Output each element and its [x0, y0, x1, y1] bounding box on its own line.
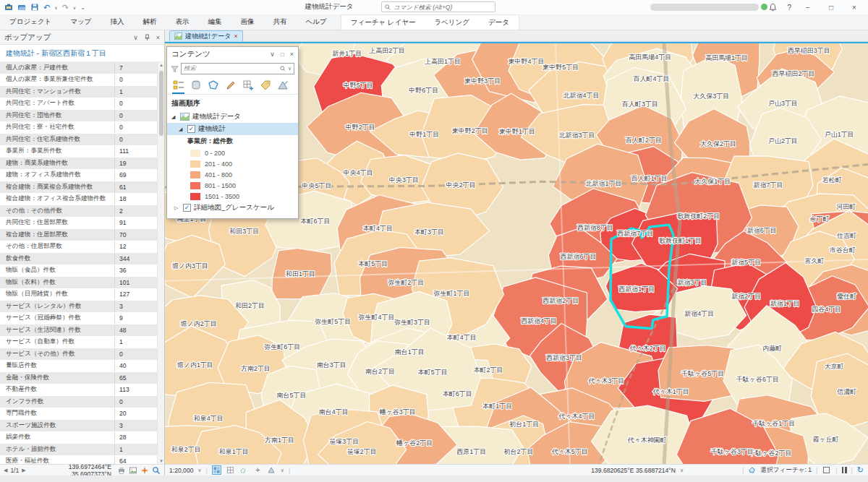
contents-close-icon[interactable]: ×	[290, 51, 294, 58]
legend-color-swatch[interactable]	[190, 150, 200, 157]
legend-color-swatch[interactable]	[190, 171, 200, 178]
list-by-perspective-icon[interactable]	[276, 78, 289, 92]
legend-color-swatch[interactable]	[190, 160, 200, 168]
ribbon-tab-0[interactable]: プロジェクト	[0, 14, 61, 30]
legend-color-swatch[interactable]	[190, 182, 200, 189]
district-label: 代々木神園町	[627, 436, 667, 444]
district-label: 百人町1丁目	[631, 175, 668, 182]
map-canvas[interactable]: 新井1丁目上高田2丁目上高田1丁目中野5丁目中野6丁目東中野3丁目東中野4丁目東…	[165, 42, 868, 464]
popup-scrollbar[interactable]: ▲ ▼	[157, 62, 164, 464]
maximize-button[interactable]: □	[825, 4, 838, 12]
attribute-label: 医療・福祉件数	[0, 457, 114, 464]
undo-dropdown-icon[interactable]: ∨	[54, 5, 57, 10]
popup-attribute-table: 個人の家屋：戸建件数7個人の家屋：事業所兼住宅件数0共同住宅：マンション件数1共…	[0, 62, 164, 464]
legend-color-swatch[interactable]	[190, 193, 200, 200]
group-layer-label[interactable]: 建物統計データ	[192, 112, 241, 121]
selection-tool-icon[interactable]	[239, 465, 249, 475]
scale-dropdown-icon[interactable]: ∨	[197, 468, 201, 473]
list-by-drawing-order-icon[interactable]	[171, 78, 185, 92]
grid-icon[interactable]	[226, 465, 235, 475]
scale-value[interactable]: 1:20,000	[169, 467, 193, 474]
expanded-icon[interactable]: ◢	[171, 114, 177, 120]
layer-row-selected[interactable]: ◢ ✓ 建物統計	[167, 123, 298, 135]
redo-dropdown-icon[interactable]: ∨	[73, 5, 76, 10]
print-icon[interactable]	[117, 466, 126, 475]
attribute-label: スポーツ施設件数	[0, 421, 114, 430]
district-label: 本町5丁目	[358, 260, 388, 267]
basemap-layer-row[interactable]: ▷ ✓ 詳細地図_グレースケール	[167, 202, 298, 214]
collapsed-icon[interactable]: ▷	[174, 205, 180, 211]
layer-label[interactable]: 建物統計	[198, 124, 226, 134]
list-by-editing-icon[interactable]	[224, 78, 237, 92]
notifications-bell-icon[interactable]	[769, 3, 777, 12]
pin-icon[interactable]	[144, 34, 150, 41]
expanded-icon[interactable]: ◢	[179, 126, 184, 132]
next-feature-icon[interactable]: ▶	[22, 468, 25, 473]
search-options-icon[interactable]: ∨	[288, 66, 292, 72]
ribbon-tab-2[interactable]: 挿入	[101, 14, 134, 30]
pointer-coordinates[interactable]: 139.6820625°E 35.6887214°N	[591, 467, 676, 474]
search-feature-icon[interactable]	[152, 466, 161, 475]
dock-icon[interactable]: □	[281, 51, 284, 58]
layer-search-placeholder: 検索	[184, 64, 278, 73]
popup-menu-icon[interactable]: ∨	[133, 34, 138, 41]
map-view-tab[interactable]: 建物統計データ ×	[169, 30, 243, 41]
group-layer-row[interactable]: ◢ 建物統計データ	[167, 111, 298, 123]
layer-checkbox-checked[interactable]: ✓	[187, 125, 195, 133]
ribbon-tab-5[interactable]: 編集	[199, 14, 231, 30]
filter-funnel-icon[interactable]	[171, 65, 179, 73]
spatial-reference-icon[interactable]	[267, 465, 276, 475]
list-by-labeling-icon[interactable]	[258, 78, 272, 92]
ribbon-tab-7[interactable]: 共有	[264, 14, 297, 30]
attribute-label: 物販（衣料）件数	[0, 278, 114, 287]
statusbar-dropdown-icon[interactable]: ∨	[281, 468, 284, 473]
layer-search-box[interactable]: 検索 ∨	[181, 63, 294, 74]
selected-features-count[interactable]: 選択フィーチャ: 1	[761, 466, 812, 475]
attribute-value: 113	[114, 384, 157, 396]
undo-icon[interactable]: ↶	[43, 4, 50, 12]
overview-window-icon[interactable]	[822, 465, 831, 475]
district-label: 本町4丁目	[363, 225, 393, 232]
list-by-snapping-icon[interactable]	[241, 78, 255, 92]
basemap-checkbox-checked[interactable]: ✓	[183, 204, 191, 212]
redo-icon[interactable]: ↷	[62, 4, 69, 12]
ribbon-tab-6[interactable]: 画像	[231, 14, 264, 30]
minimize-button[interactable]: −	[801, 4, 814, 12]
open-project-icon[interactable]	[17, 3, 26, 12]
ribbon-tab-8[interactable]: ヘルプ	[297, 14, 336, 30]
list-by-data-source-icon[interactable]	[189, 78, 203, 92]
district-label: 戸山1丁目	[825, 131, 854, 138]
help-icon[interactable]: ?	[787, 4, 791, 12]
layout-grid-toggle-icon[interactable]	[212, 465, 221, 475]
coords-dropdown-icon[interactable]: ∨	[680, 468, 684, 473]
district-label: 幡ヶ谷3丁目	[380, 408, 416, 416]
crosshair-icon[interactable]: +	[253, 465, 263, 475]
command-search-box[interactable]	[381, 1, 495, 12]
ribbon-tab-1[interactable]: マップ	[61, 14, 101, 30]
list-by-selection-icon[interactable]	[206, 78, 220, 92]
contextual-tab-group: フィーチャ レイヤーラベリングデータ	[341, 14, 519, 30]
contents-menu-icon[interactable]: ∨	[270, 51, 275, 58]
account-status-dot	[761, 4, 767, 10]
ribbon-tab-4[interactable]: 表示	[166, 14, 199, 30]
pause-drawing-icon[interactable]	[842, 467, 847, 473]
command-search-input[interactable]	[393, 4, 488, 11]
popup-close-icon[interactable]: ×	[156, 34, 160, 41]
zoom-to-feature-icon[interactable]	[140, 466, 149, 475]
export-image-icon[interactable]	[129, 466, 137, 475]
district-label: 戸山3丁目	[768, 100, 798, 107]
refresh-icon[interactable]: ↻	[857, 465, 864, 475]
previous-feature-icon[interactable]: ◀	[4, 468, 7, 473]
contextual-tab-2[interactable]: データ	[479, 15, 519, 30]
close-button[interactable]: ×	[848, 4, 861, 12]
map-tab-close-icon[interactable]: ×	[234, 33, 237, 40]
contextual-tab-1[interactable]: ラベリング	[425, 15, 479, 30]
account-name-blurred[interactable]	[650, 4, 759, 11]
contextual-tab-0[interactable]: フィーチャ レイヤー	[341, 15, 425, 30]
customize-qat-icon[interactable]: ⌄	[80, 4, 85, 11]
new-project-icon[interactable]	[4, 3, 13, 12]
basemap-layer-label[interactable]: 詳細地図_グレースケール	[194, 203, 274, 212]
scrollbar-thumb[interactable]	[159, 71, 163, 136]
ribbon-tab-3[interactable]: 解析	[134, 14, 166, 30]
save-project-icon[interactable]	[30, 3, 39, 12]
